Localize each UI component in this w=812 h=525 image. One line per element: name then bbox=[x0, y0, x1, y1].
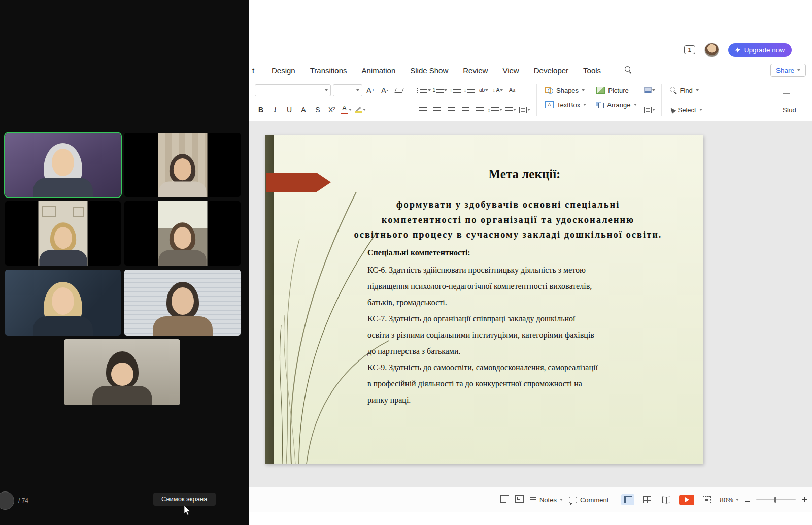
arrange-button[interactable]: Arrange bbox=[594, 100, 639, 110]
textbox-button[interactable]: A TextBox bbox=[543, 100, 589, 110]
comment-icon bbox=[569, 497, 577, 503]
menu-item-animation[interactable]: Animation bbox=[362, 66, 396, 75]
shape-outline-icon[interactable] bbox=[644, 103, 656, 116]
meeting-avatar-bubble[interactable] bbox=[0, 491, 14, 510]
normal-view-button[interactable] bbox=[621, 494, 634, 505]
shapes-button[interactable]: Shapes bbox=[543, 86, 589, 95]
participant-video bbox=[158, 201, 207, 266]
body-line: КС-6. Здатність здійснювати просвітницьк… bbox=[367, 262, 598, 278]
menu-item-transitions[interactable]: Transitions bbox=[310, 66, 347, 75]
ribbon-divider bbox=[411, 84, 411, 116]
text-direction-icon[interactable]: ab bbox=[478, 84, 490, 97]
account-avatar[interactable] bbox=[704, 43, 719, 57]
slide-canvas[interactable]: Мета лекції: формувати у здобувачів осно… bbox=[249, 121, 812, 487]
slide-sorter-view-button[interactable] bbox=[640, 494, 654, 505]
chevron-down-icon bbox=[736, 499, 739, 501]
font-color-icon[interactable]: A bbox=[340, 103, 352, 116]
window-count-badge[interactable]: 1 bbox=[684, 45, 695, 54]
ribbon-divider bbox=[661, 84, 662, 116]
body-line: підвищення психолого-педагогічної компет… bbox=[367, 278, 598, 294]
move-up-icon[interactable]: ↑ bbox=[449, 84, 461, 97]
italic-icon[interactable]: I bbox=[269, 103, 281, 116]
underline-icon[interactable]: U bbox=[283, 103, 295, 116]
participant-counter: / 74 bbox=[2, 491, 28, 510]
body-line: освіти з різними соціальними інституціям… bbox=[367, 327, 598, 343]
presentation-window: 1 Upgrade now t Design Transitions Anima… bbox=[249, 38, 812, 525]
bullet-list-icon[interactable] bbox=[417, 84, 431, 97]
paragraph-settings-icon[interactable] bbox=[519, 103, 531, 116]
font-size-select[interactable] bbox=[333, 84, 362, 96]
video-tile-3[interactable] bbox=[5, 201, 121, 266]
search-icon[interactable] bbox=[625, 66, 632, 75]
align-center-icon[interactable] bbox=[431, 103, 443, 116]
zoom-slider[interactable] bbox=[756, 499, 796, 500]
find-button[interactable]: Find bbox=[667, 86, 701, 95]
window-bottom-strip bbox=[249, 512, 812, 525]
justify-icon[interactable] bbox=[459, 103, 471, 116]
participant-figure bbox=[152, 282, 213, 336]
strikethrough-icon[interactable]: S bbox=[312, 103, 324, 116]
paragraph-spacing-icon[interactable] bbox=[504, 103, 517, 116]
menu-item-slide-show[interactable]: Slide Show bbox=[410, 66, 448, 75]
line-spacing-icon[interactable]: ↕ bbox=[488, 103, 502, 116]
intro-line: формувати у здобувачів основні спеціальн… bbox=[321, 198, 695, 213]
menu-item-tools[interactable]: Tools bbox=[583, 66, 601, 75]
font-name-select[interactable] bbox=[255, 84, 331, 96]
video-tile-7[interactable] bbox=[64, 339, 180, 405]
shape-fill-icon[interactable] bbox=[644, 84, 656, 97]
decrease-font-icon[interactable]: A- bbox=[379, 84, 391, 97]
align-right-icon[interactable] bbox=[445, 103, 457, 116]
share-button[interactable]: Share bbox=[770, 64, 806, 77]
slide-subheading: Спеціальні компетентності: bbox=[367, 248, 470, 257]
participant-figure bbox=[39, 222, 87, 266]
picture-label: Picture bbox=[608, 87, 628, 94]
titlebar: 1 Upgrade now bbox=[249, 38, 812, 61]
zoom-out-button[interactable] bbox=[745, 496, 750, 504]
video-tile-1-active-speaker[interactable] bbox=[5, 133, 121, 197]
increase-font-icon[interactable]: A+ bbox=[364, 84, 377, 97]
change-case-icon[interactable]: Aa bbox=[506, 84, 518, 97]
slide-layout-icon[interactable] bbox=[500, 495, 509, 504]
arrange-label: Arrange bbox=[607, 101, 630, 109]
zoom-in-button[interactable] bbox=[802, 496, 807, 504]
video-tile-4[interactable] bbox=[124, 201, 241, 266]
text-orientation-icon[interactable]: ↕A bbox=[492, 84, 504, 97]
comment-button[interactable]: Comment bbox=[569, 496, 608, 504]
zoom-level-dropdown[interactable]: 80% bbox=[720, 496, 739, 504]
superscript-icon[interactable]: X² bbox=[326, 103, 338, 116]
zoom-slider-handle[interactable] bbox=[774, 497, 776, 503]
video-tile-6[interactable] bbox=[124, 270, 241, 336]
highlight-color-icon[interactable] bbox=[354, 103, 366, 116]
participant-figure bbox=[158, 222, 207, 266]
fit-slide-button[interactable] bbox=[700, 494, 714, 505]
strikethrough-char-icon[interactable]: A bbox=[297, 103, 310, 116]
slide-title: Мета лекції: bbox=[361, 167, 688, 181]
body-line: до партнерства з батьками. bbox=[367, 343, 598, 359]
distribute-text-icon[interactable] bbox=[473, 103, 486, 116]
clear-formatting-icon[interactable] bbox=[393, 84, 405, 97]
bold-icon[interactable]: B bbox=[255, 103, 267, 116]
menu-item-developer[interactable]: Developer bbox=[534, 66, 568, 75]
align-left-icon[interactable] bbox=[417, 103, 429, 116]
upgrade-button[interactable]: Upgrade now bbox=[728, 43, 792, 57]
menu-item-review[interactable]: Review bbox=[463, 66, 488, 75]
menu-item-insert-partial[interactable]: t bbox=[252, 66, 257, 75]
move-down-icon[interactable]: ↓ bbox=[463, 84, 476, 97]
body-line: КС-9. Здатність до самоосвіти, самовдоск… bbox=[367, 359, 598, 376]
reading-view-button[interactable] bbox=[660, 494, 673, 505]
participant-video bbox=[5, 270, 121, 336]
slide[interactable]: Мета лекції: формувати у здобувачів осно… bbox=[265, 135, 703, 464]
numbered-list-icon[interactable]: 1 bbox=[433, 84, 448, 97]
notes-label: Notes bbox=[539, 496, 557, 504]
notes-button[interactable]: Notes bbox=[530, 496, 563, 504]
chevron-down-icon bbox=[699, 109, 702, 111]
video-tile-2[interactable] bbox=[124, 133, 241, 197]
video-tile-5[interactable] bbox=[5, 270, 121, 336]
picture-button[interactable]: Picture bbox=[594, 86, 639, 95]
screen-cast-icon[interactable] bbox=[515, 495, 524, 504]
slideshow-play-button[interactable] bbox=[679, 495, 694, 505]
menu-item-design[interactable]: Design bbox=[272, 66, 295, 75]
fit-slide-icon bbox=[703, 496, 711, 503]
menu-item-view[interactable]: View bbox=[502, 66, 519, 75]
select-button[interactable]: Select bbox=[667, 105, 705, 115]
